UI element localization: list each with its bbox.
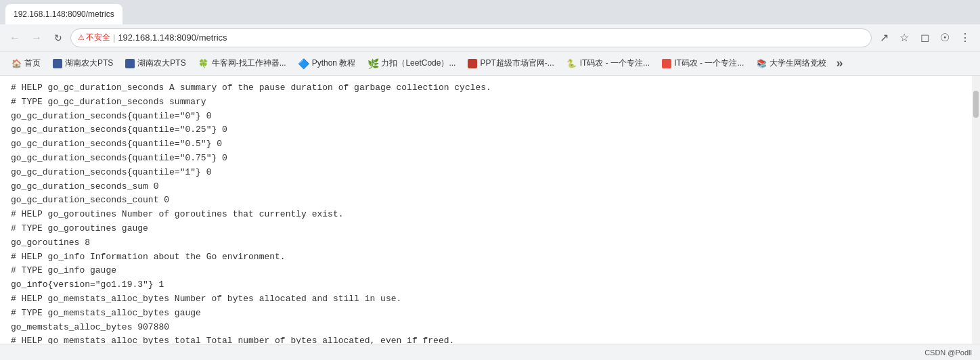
bookmark-pts2-label: 湖南农大PTS — [137, 58, 185, 69]
content-line: go_memstats_alloc_bytes 907880 — [11, 321, 961, 335]
content-line: # HELP go_gc_duration_seconds A summary … — [11, 81, 961, 95]
leetcode-favicon: 🌿 — [368, 58, 378, 69]
content-line: # TYPE go_memstats_alloc_bytes gauge — [11, 307, 961, 321]
pts2-favicon — [125, 59, 135, 68]
active-tab[interactable]: 192.168.1.148:8090/metrics — [5, 4, 122, 24]
content-line: go_gc_duration_seconds{quantile="0.25"} … — [11, 123, 961, 137]
content-line: # HELP go_memstats_alloc_bytes_total Tot… — [11, 334, 961, 344]
bookmark-niuke-label: 牛客网-找工作神器... — [212, 58, 286, 69]
content-line: go_gc_duration_seconds{quantile="0.75"} … — [11, 152, 961, 166]
forward-button[interactable]: → — [27, 28, 46, 47]
python-tutor-favicon: 🐍 — [566, 58, 577, 69]
bookmark-button[interactable]: ☆ — [895, 28, 914, 47]
nav-bar: ← → ↻ ⚠ 不安全 | 192.168.1.148:8090/metrics… — [0, 24, 980, 51]
bookmark-leetcode[interactable]: 🌿 力扣（LeetCode）... — [362, 55, 461, 72]
bookmark-python-tutor[interactable]: 🐍 IT码农 - 一个专注... — [561, 55, 655, 72]
content-line: # TYPE go_info gauge — [11, 264, 961, 278]
more-bookmarks[interactable]: » — [836, 56, 843, 70]
bookmarks-bar: 🏠 首页 湖南农大PTS 湖南农大PTS 🍀 牛客网-找工作神器... 🔷 Py… — [0, 51, 980, 76]
bookmark-student[interactable]: 📚 大学生网络党校 — [751, 55, 832, 72]
bookmark-home-label: 首页 — [24, 58, 41, 69]
ppt-favicon — [468, 59, 477, 68]
content-line: go_goroutines 8 — [11, 236, 961, 250]
bottom-right-text: CSDN @Podll — [925, 348, 972, 357]
content-line: go_gc_duration_seconds{quantile="1"} 0 — [11, 166, 961, 180]
content-line: # HELP go_goroutines Number of goroutine… — [11, 208, 961, 222]
content-line: # HELP go_memstats_alloc_bytes Number of… — [11, 292, 961, 307]
content-line: go_gc_duration_seconds_sum 0 — [11, 180, 961, 194]
home-favicon: 🏠 — [11, 58, 22, 69]
bottom-bar: CSDN @Podll — [0, 344, 980, 360]
nav-actions: ↗ ☆ ◻ ☉ ⋮ — [874, 28, 975, 47]
security-label: 不安全 — [86, 32, 110, 43]
python-edu-favicon: 🔷 — [298, 58, 309, 69]
pts1-favicon — [53, 59, 62, 68]
scrollbar-thumb[interactable] — [973, 91, 979, 118]
tab-bar: 192.168.1.148:8090/metrics — [0, 0, 980, 24]
bookmark-pts2[interactable]: 湖南农大PTS — [120, 55, 191, 72]
page-content: # HELP go_gc_duration_seconds A summary … — [0, 76, 980, 344]
bookmark-niuke[interactable]: 🍀 牛客网-找工作神器... — [193, 55, 292, 72]
bookmark-ppt[interactable]: PPT超级市场官网-... — [462, 55, 559, 72]
bookmark-pts1[interactable]: 湖南农大PTS — [47, 55, 118, 72]
content-line: go_info{version="go1.19.3"} 1 — [11, 278, 961, 292]
bookmark-itsdn-label: IT码农 - 一个专注... — [674, 58, 744, 69]
content-line: # HELP go_info Information about the Go … — [11, 250, 961, 265]
bookmark-itsdn[interactable]: IT码农 - 一个专注... — [656, 55, 749, 72]
bookmark-student-label: 大学生网络党校 — [770, 58, 826, 69]
niuke-favicon: 🍀 — [198, 58, 209, 69]
back-button[interactable]: ← — [5, 28, 24, 47]
address-bar[interactable]: ⚠ 不安全 | 192.168.1.148:8090/metrics — [70, 28, 872, 47]
browser-frame: 192.168.1.148:8090/metrics ← → ↻ ⚠ 不安全 |… — [0, 0, 980, 360]
fullscreen-button[interactable]: ◻ — [915, 28, 934, 47]
content-line: # TYPE go_goroutines gauge — [11, 222, 961, 236]
student-favicon: 📚 — [756, 58, 767, 69]
metrics-content[interactable]: # HELP go_gc_duration_seconds A summary … — [0, 76, 972, 344]
bookmark-ppt-label: PPT超级市场官网-... — [480, 58, 554, 69]
bookmark-python-edu[interactable]: 🔷 Python 教程 — [293, 55, 361, 72]
bookmark-leetcode-label: 力扣（LeetCode）... — [381, 58, 455, 69]
itsdn-favicon — [662, 59, 671, 68]
share-button[interactable]: ↗ — [874, 28, 893, 47]
url-text: 192.168.1.148:8090/metrics — [118, 32, 227, 43]
profile-button[interactable]: ☉ — [935, 28, 954, 47]
content-line: go_gc_duration_seconds{quantile="0.5"} 0 — [11, 137, 961, 152]
menu-button[interactable]: ⋮ — [956, 28, 975, 47]
bookmark-python-edu-label: Python 教程 — [312, 58, 356, 69]
security-icon: ⚠ — [78, 33, 85, 42]
bookmark-pts1-label: 湖南农大PTS — [65, 58, 113, 69]
bookmark-home[interactable]: 🏠 首页 — [5, 55, 46, 72]
scrollbar[interactable] — [972, 76, 980, 344]
content-line: go_gc_duration_seconds_count 0 — [11, 194, 961, 208]
refresh-button[interactable]: ↻ — [49, 28, 68, 47]
content-line: # TYPE go_gc_duration_seconds summary — [11, 95, 961, 110]
bookmark-python-tutor-label: IT码农 - 一个专注... — [580, 58, 650, 69]
separator: | — [113, 32, 115, 43]
content-line: go_gc_duration_seconds{quantile="0"} 0 — [11, 110, 961, 124]
tab-title: 192.168.1.148:8090/metrics — [14, 9, 114, 19]
